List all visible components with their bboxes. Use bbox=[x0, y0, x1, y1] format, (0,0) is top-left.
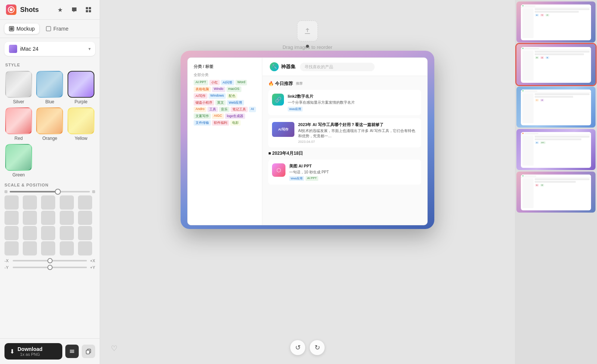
thumbnail-2[interactable]: 神 器 集 bbox=[516, 44, 596, 85]
scale-track[interactable] bbox=[10, 191, 90, 192]
thumb-3-sidebar bbox=[522, 93, 534, 123]
screen-section1-title: 🔥 今日推荐 推荐 bbox=[268, 81, 421, 87]
screen-tag-5: Windo bbox=[212, 87, 225, 92]
svg-rect-11 bbox=[70, 352, 74, 353]
pos-cell-15[interactable] bbox=[78, 226, 92, 240]
thumb-4-main: AI PPT bbox=[535, 136, 590, 166]
screen-tag-2: AI问答 bbox=[221, 80, 235, 85]
thumbnail-5-screen: 推 荐 bbox=[521, 175, 591, 210]
screen-card-1-desc: 一个分享在感知显示方案发情的数字名片 bbox=[288, 100, 355, 105]
pos-cell-4[interactable] bbox=[60, 195, 74, 210]
header-icons: ★ bbox=[55, 4, 94, 15]
imac-screen: 分类 / 标签 全部分类 AI PPT 小红 AI问答 Word 表格电脑 Wi… bbox=[187, 57, 428, 225]
tab-mockup[interactable]: Mockup bbox=[4, 23, 39, 34]
star-icon[interactable]: ★ bbox=[55, 4, 65, 15]
style-item-blue[interactable]: Blue bbox=[36, 71, 64, 104]
thumbnail-4[interactable]: AI PPT bbox=[516, 129, 596, 170]
style-item-silver[interactable]: Silver bbox=[4, 71, 33, 104]
pos-cell-20[interactable] bbox=[78, 241, 92, 255]
download-icon: ⬇ bbox=[10, 348, 15, 355]
thumb-4-header bbox=[521, 132, 591, 135]
thumb-5-content: 推 荐 bbox=[521, 178, 591, 209]
screen-section1-title-text: 🔥 今日推荐 bbox=[268, 81, 293, 87]
upload-icon[interactable] bbox=[297, 21, 318, 41]
thumbnail-3[interactable]: 工 具 bbox=[516, 87, 596, 128]
undo-button[interactable]: ↺ bbox=[290, 340, 305, 355]
copy-button[interactable] bbox=[82, 345, 95, 358]
screen-tags-container: AI PPT 小红 AI问答 Word 表格电脑 Windo macOS AI写… bbox=[194, 80, 256, 126]
frame-tab-label: Frame bbox=[53, 26, 68, 32]
x-slider-row: -X +X bbox=[4, 258, 95, 263]
tab-frame[interactable]: Frame bbox=[41, 23, 73, 34]
screen-card-2-title: 2023年 AI 写作工具哪个好用？看这一篇就够了 bbox=[298, 122, 418, 128]
screen-tag-9: 配色 bbox=[227, 93, 237, 99]
thumb-2-main: 神 器 集 bbox=[535, 51, 590, 81]
screen-card-3-icon: ⬡ bbox=[272, 163, 285, 177]
scale-max-icon bbox=[92, 190, 95, 193]
pos-cell-5[interactable] bbox=[78, 195, 92, 210]
screen-tag-6: macOS bbox=[226, 87, 241, 92]
thumb-5-main: 推 荐 bbox=[535, 178, 590, 208]
style-item-orange[interactable]: Orange bbox=[36, 107, 64, 141]
style-preview-silver bbox=[5, 71, 32, 98]
pos-cell-2[interactable] bbox=[23, 195, 37, 210]
y-slider-row: -Y +Y bbox=[4, 265, 95, 270]
screen-header: 🔧 神器集 寻找喜欢的产品 bbox=[262, 58, 427, 76]
thumb-1-main: AI 写 作 bbox=[535, 8, 590, 38]
pos-cell-16[interactable] bbox=[4, 241, 19, 255]
style-label-blue: Blue bbox=[45, 99, 54, 104]
style-item-green[interactable]: Green bbox=[4, 144, 33, 178]
screen-tag-18: 文案写作 bbox=[194, 113, 211, 119]
thumb-5-sidebar bbox=[522, 178, 534, 208]
pos-cell-10[interactable] bbox=[78, 211, 92, 225]
pos-cell-18[interactable] bbox=[41, 241, 55, 255]
screen-tag-aippt: AI PPT bbox=[194, 80, 208, 85]
y-track[interactable] bbox=[13, 267, 87, 268]
pos-cell-8[interactable] bbox=[41, 211, 55, 225]
screen-body: 🔥 今日推荐 推荐 🔗 link2数字名片 一个分享在感知显示方案发情的数字名片 bbox=[262, 76, 427, 192]
settings-button[interactable] bbox=[65, 345, 79, 358]
thumb-1-header bbox=[521, 4, 591, 7]
svg-rect-9 bbox=[70, 350, 74, 351]
device-selector[interactable]: iMac 24 ▾ bbox=[4, 42, 95, 56]
pos-cell-19[interactable] bbox=[60, 241, 74, 255]
sidebar-header: Shots ★ bbox=[0, 0, 100, 20]
style-item-purple[interactable]: Purple bbox=[67, 71, 95, 104]
download-button[interactable]: ⬇ Download 1x as PNG bbox=[4, 343, 62, 360]
thumbnail-5[interactable]: 推 荐 bbox=[516, 172, 596, 213]
thumb-3-header bbox=[521, 90, 591, 92]
screen-tag-21: 文件传输 bbox=[194, 120, 211, 126]
pos-cell-11[interactable] bbox=[4, 226, 19, 240]
screen-tag-8: Windows bbox=[209, 93, 226, 99]
pos-cell-1[interactable] bbox=[4, 195, 19, 210]
thumbnail-2-bg: 神 器 集 bbox=[516, 44, 596, 85]
style-label-red: Red bbox=[15, 136, 23, 141]
pos-cell-13[interactable] bbox=[41, 226, 55, 240]
redo-button[interactable]: ↻ bbox=[310, 340, 325, 355]
pos-cell-9[interactable] bbox=[60, 211, 74, 225]
screen-card-2: AI写作 2023年 AI 写作工具哪个好用？看这一篇就够了 AI技术的迅猛发展… bbox=[268, 118, 421, 147]
grid-icon[interactable] bbox=[83, 4, 94, 15]
screen-tag-16: 笔记工具 bbox=[231, 107, 248, 112]
screen-content: 分类 / 标签 全部分类 AI PPT 小红 AI问答 Word 表格电脑 Wi… bbox=[188, 58, 427, 225]
style-label-silver: Silver bbox=[13, 99, 24, 104]
device-icon bbox=[9, 45, 17, 53]
pos-cell-3[interactable] bbox=[41, 195, 55, 210]
screen-sidebar: 分类 / 标签 全部分类 AI PPT 小红 AI问答 Word 表格电脑 Wi… bbox=[188, 58, 262, 225]
style-item-yellow[interactable]: Yellow bbox=[67, 107, 95, 141]
style-label-green: Green bbox=[12, 172, 25, 178]
pos-cell-6[interactable] bbox=[4, 211, 19, 225]
heart-button[interactable]: ♡ bbox=[107, 342, 121, 355]
pos-cell-7[interactable] bbox=[23, 211, 37, 225]
pos-cell-14[interactable] bbox=[60, 226, 74, 240]
x-track[interactable] bbox=[13, 260, 87, 261]
pos-cell-17[interactable] bbox=[23, 241, 37, 255]
screen-tag-22: 软件福利 bbox=[212, 120, 229, 126]
chat-icon[interactable] bbox=[69, 4, 79, 15]
thumbnail-1[interactable]: AI 写 作 bbox=[516, 1, 596, 43]
style-item-red[interactable]: Red bbox=[4, 107, 33, 141]
svg-rect-14 bbox=[305, 33, 310, 34]
pos-cell-12[interactable] bbox=[23, 226, 37, 240]
thumb-1-content: AI 写 作 bbox=[521, 7, 591, 39]
thumb-2-header bbox=[521, 47, 591, 50]
